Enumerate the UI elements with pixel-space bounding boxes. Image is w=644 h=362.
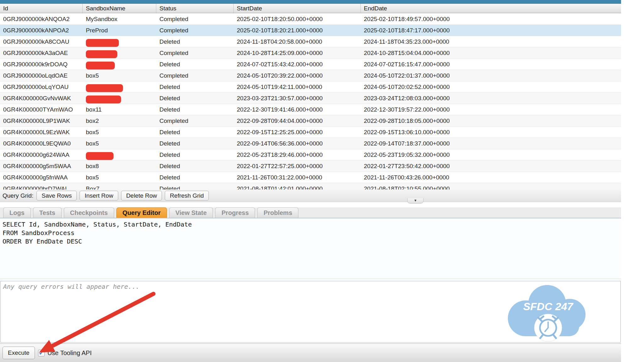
tab-progress[interactable]: Progress (215, 207, 255, 218)
cell-status: Completed (156, 25, 234, 36)
cell-id: 0GR4K000000TYAmWAO (0, 104, 83, 115)
column-header-status[interactable]: Status (156, 4, 234, 13)
cell-id: 0GR4K000000L9EQWA0 (0, 138, 83, 149)
cell-end-date: 2022-01-27T23:50:42.000+0000 (361, 161, 621, 172)
cell-status: Deleted (156, 138, 234, 149)
cell-end-date: 2024-07-02T16:15:47.000+0000 (361, 59, 621, 70)
table-row[interactable]: 0GRJ9000000oLqYOAUDeleted2024-05-10T19:4… (0, 81, 621, 93)
execute-button[interactable]: Execute (3, 347, 35, 359)
table-row[interactable]: 0GRJ9000000k9rDOAQDeleted2024-07-02T15:4… (0, 59, 621, 70)
app-window: IdSandboxNameStatusStartDateEndDate 0GRJ… (0, 0, 621, 362)
cell-id: 0GR4K000000GvNvWAK (0, 93, 83, 104)
cell-id: 0GR4K000000L9P1WAK (0, 115, 83, 126)
cell-id: 0GRJ9000000kANPOA2 (0, 25, 83, 36)
tab-tests[interactable]: Tests (33, 207, 62, 218)
toolbar-button-refresh-grid[interactable]: Refresh Grid (165, 191, 209, 200)
splitter-collapse-handle[interactable]: ▾ (407, 198, 424, 204)
cell-status: Deleted (156, 149, 234, 160)
table-row[interactable]: 0GR4K000000GvNvWAKDeleted2023-03-23T21:3… (0, 93, 621, 104)
cell-sandbox-name: box11 (83, 104, 156, 115)
cell-start-date: 2022-09-14T06:56:36.000+0000 (234, 138, 361, 149)
table-row[interactable]: 0GRJ9000000kA8COAUDeleted2024-11-18T04:2… (0, 36, 621, 47)
cell-status: Completed (156, 47, 234, 58)
table-row[interactable]: 0GR4K000000L9EzWAKbox5Deleted2022-09-15T… (0, 127, 621, 138)
tab-logs[interactable]: Logs (3, 207, 31, 218)
table-row[interactable]: 0GRJ9000000oLqdOAEbox5Completed2024-05-1… (0, 70, 621, 81)
query-grid-toolbar: Query Grid: Save RowsInsert RowDelete Ro… (0, 189, 621, 202)
table-row[interactable]: 0GR4K000000L9EQWA0box5Deleted2022-09-14T… (0, 138, 621, 149)
tab-checkpoints[interactable]: Checkpoints (64, 207, 114, 218)
cell-status: Deleted (156, 104, 234, 115)
cell-id: 0GR4K000000g5m5WAA (0, 161, 83, 172)
table-row[interactable]: 0GR4K000000g624WAADeleted2022-05-23T18:2… (0, 149, 621, 161)
table-row[interactable]: 0GR4K000000g5m5WAAbox8Deleted2022-01-27T… (0, 161, 621, 172)
table-row[interactable]: 0GR4K000000TYAmWAObox11Deleted2022-12-30… (0, 104, 621, 115)
cell-start-date: 2022-12-30T19:41:46.000+0000 (234, 104, 361, 115)
column-header-sandboxname[interactable]: SandboxName (83, 4, 156, 13)
cell-status: Deleted (156, 93, 234, 104)
table-row[interactable]: 0GR4K000000g5fnWAAbox5Deleted2021-11-26T… (0, 172, 621, 183)
panel-splitter[interactable]: ▾ (0, 202, 621, 207)
footer-bar: Execute ✓ Use Tooling API (0, 343, 621, 362)
toolbar-button-insert-row[interactable]: Insert Row (80, 191, 118, 200)
table-row[interactable]: 0GR4K000000brD7WAIBox7Deleted2021-08-18T… (0, 183, 621, 189)
cell-start-date: 2024-05-10T20:39:22.000+0000 (234, 70, 361, 81)
cell-start-date: 2024-10-28T14:25:09.000+0000 (234, 47, 361, 58)
cell-status: Deleted (156, 81, 234, 92)
cell-status: Completed (156, 70, 234, 81)
column-header-startdate[interactable]: StartDate (234, 4, 361, 13)
cell-sandbox-name: PreProd (83, 25, 156, 36)
tab-problems[interactable]: Problems (257, 207, 298, 218)
cell-sandbox-name: Box7 (83, 183, 156, 189)
cell-sandbox-name (83, 59, 156, 70)
redaction-bar (86, 84, 123, 92)
cell-sandbox-name: box5 (83, 172, 156, 183)
table-row[interactable]: 0GRJ9000000kA3aOAECompleted2024-10-28T14… (0, 47, 621, 59)
column-header-enddate[interactable]: EndDate (361, 4, 621, 13)
query-grid-buttons: Save RowsInsert RowDelete RowRefresh Gri… (36, 191, 212, 200)
toolbar-button-save-rows[interactable]: Save Rows (36, 191, 77, 200)
tab-view-state[interactable]: View State (169, 207, 213, 218)
table-row[interactable]: 0GRJ9000000kANQOA2MySandboxCompleted2025… (0, 14, 621, 25)
table-row[interactable]: 0GRJ9000000kANPOA2PreProdCompleted2025-0… (0, 25, 621, 36)
cell-start-date: 2025-02-10T18:20:21.000+0000 (234, 25, 361, 36)
use-tooling-api-checkbox[interactable]: ✓ (38, 350, 45, 356)
cell-id: 0GRJ9000000kA8COAU (0, 36, 83, 47)
tab-bar: LogsTestsCheckpointsQuery EditorView Sta… (0, 207, 621, 218)
query-editor-panel[interactable]: SELECT Id, SandboxName, Status, StartDat… (0, 218, 621, 279)
tab-query-editor[interactable]: Query Editor (116, 207, 167, 218)
query-results-grid: 0GRJ9000000kANQOA2MySandboxCompleted2025… (0, 14, 621, 189)
cell-end-date: 2024-05-10T22:01:37.000+0000 (361, 70, 621, 81)
column-header-id[interactable]: Id (0, 4, 83, 13)
cell-end-date: 2025-02-10T18:47:17.000+0000 (361, 25, 621, 36)
toolbar-button-delete-row[interactable]: Delete Row (121, 191, 162, 200)
cell-start-date: 2025-02-10T18:20:50.000+0000 (234, 14, 361, 25)
top-accent-bar (0, 0, 621, 4)
cell-id: 0GRJ9000000oLqdOAE (0, 70, 83, 81)
soql-query-text[interactable]: SELECT Id, SandboxName, Status, StartDat… (0, 218, 621, 248)
cell-end-date: 2021-11-26T00:43:26.000+0000 (361, 172, 621, 183)
cell-sandbox-name: MySandbox (83, 14, 156, 25)
cell-end-date: 2022-05-23T19:05:32.000+0000 (361, 149, 621, 160)
use-tooling-api-label: Use Tooling API (47, 349, 92, 357)
cell-sandbox-name: box2 (83, 115, 156, 126)
cell-sandbox-name (83, 93, 156, 104)
cell-id: 0GR4K000000brD7WAI (0, 183, 83, 189)
cell-status: Deleted (156, 36, 234, 47)
cell-id: 0GR4K000000L9EzWAK (0, 127, 83, 138)
query-grid-label: Query Grid: (3, 192, 33, 199)
cell-status: Completed (156, 115, 234, 126)
redaction-bar (86, 96, 121, 103)
chevron-down-icon: ▾ (408, 198, 423, 203)
cell-end-date: 2022-09-28T10:18:05.000+0000 (361, 115, 621, 126)
cell-start-date: 2022-09-15T12:25:25.000+0000 (234, 127, 361, 138)
cell-status: Deleted (156, 59, 234, 70)
cloud-logo-text: SFDC 247 (523, 300, 574, 312)
cell-start-date: 2022-01-27T22:57:25.000+0000 (234, 161, 361, 172)
cell-start-date: 2022-09-28T09:44:04.000+0000 (234, 115, 361, 126)
cell-end-date: 2022-12-30T19:57:22.000+0000 (361, 104, 621, 115)
cell-id: 0GRJ9000000oLqYOAU (0, 81, 83, 92)
cell-end-date: 2022-09-14T07:18:37.000+0000 (361, 138, 621, 149)
cell-end-date: 2024-05-10T20:02:52.000+0000 (361, 81, 621, 92)
table-row[interactable]: 0GR4K000000L9P1WAKbox2Completed2022-09-2… (0, 115, 621, 127)
